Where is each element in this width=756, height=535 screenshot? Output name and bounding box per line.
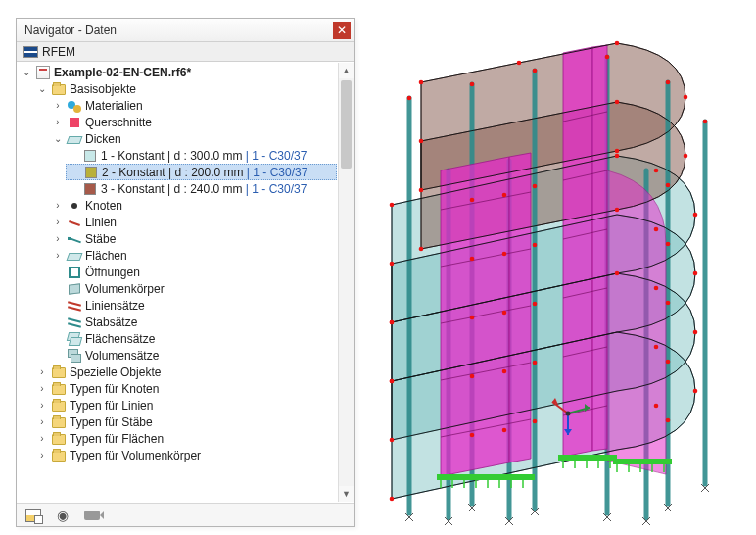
tree-item-typen-knoten[interactable]: › Typen für Knoten (34, 380, 337, 397)
svg-point-100 (470, 374, 475, 379)
scroll-thumb[interactable] (341, 80, 352, 169)
chevron-right-icon[interactable]: › (36, 383, 48, 395)
scroll-up-icon[interactable]: ▲ (339, 63, 354, 78)
thickness-icon (67, 136, 83, 144)
svg-point-95 (533, 243, 538, 248)
tree-label: Typen für Stäbe (70, 415, 153, 429)
svg-point-86 (533, 69, 538, 73)
svg-point-104 (533, 419, 538, 424)
svg-point-81 (390, 438, 395, 443)
tree-item-basisobjekte[interactable]: ⌄ Basisobjekte (34, 80, 337, 97)
model-viewport[interactable] (362, 14, 744, 533)
chevron-right-icon[interactable]: › (36, 416, 48, 428)
close-button[interactable]: ✕ (333, 22, 351, 39)
svg-point-99 (666, 301, 671, 306)
tree-item-flaechensaetze[interactable]: Flächensätze (50, 330, 337, 347)
svg-point-114 (654, 345, 659, 350)
chevron-right-icon[interactable]: › (52, 200, 64, 212)
tree-label: Volumenkörper (85, 282, 165, 296)
tree-item-spezielle-objekte[interactable]: › Spezielle Objekte (34, 364, 337, 380)
tree-label: Stäbe (85, 232, 116, 246)
tree-root-file[interactable]: ⌄ Example-02-EN-CEN.rf6* (19, 64, 337, 80)
color-swatch-icon (84, 183, 96, 195)
tree-item-typen-staebe[interactable]: › Typen für Stäbe (34, 413, 337, 430)
tree-item-thickness-2[interactable]: 2 - Konstant | d : 200.0 mm | 1 - C30/37 (66, 164, 337, 180)
svg-point-76 (390, 262, 395, 267)
tree-item-materialien[interactable]: › Materialien (50, 97, 337, 114)
lineset-icon (68, 299, 81, 313)
folder-icon (52, 451, 66, 462)
svg-point-85 (470, 82, 475, 87)
tree-item-dicken[interactable]: ⌄ Dicken (50, 130, 337, 147)
svg-point-64 (615, 149, 620, 154)
chevron-right-icon[interactable]: › (52, 117, 64, 128)
folder-icon (52, 384, 66, 395)
tree-item-thickness-1[interactable]: 1 - Konstant | d : 300.0 mm | 1 - C30/37 (66, 147, 337, 164)
svg-point-91 (470, 198, 475, 203)
tree-item-linien[interactable]: › Linien (50, 214, 337, 230)
tree-item-querschnitte[interactable]: › Querschnitte (50, 114, 337, 130)
file-icon (36, 66, 50, 79)
chevron-right-icon[interactable]: › (52, 250, 64, 262)
tree-label: Materialien (85, 99, 143, 113)
tree-item-volumenkoerper[interactable]: Volumenkörper (50, 280, 337, 297)
tree-item-knoten[interactable]: › Knoten (50, 197, 337, 214)
svg-point-90 (703, 120, 708, 124)
svg-point-83 (693, 389, 698, 394)
close-icon: ✕ (337, 24, 347, 36)
vertical-scrollbar[interactable]: ▲ ▼ (338, 63, 354, 502)
tree-item-typen-linien[interactable]: › Typen für Linien (34, 397, 337, 413)
chevron-right-icon[interactable]: › (36, 366, 48, 378)
app-icon (23, 46, 38, 58)
tree-item-volumensaetze[interactable]: Volumensätze (50, 347, 337, 364)
tree-label: Volumensätze (85, 349, 159, 363)
svg-point-67 (615, 100, 620, 105)
folder-icon (52, 367, 66, 378)
tree-item-staebe[interactable]: › Stäbe (50, 230, 337, 247)
tree-label: Typen für Flächen (70, 432, 164, 446)
chevron-right-icon[interactable]: › (52, 217, 64, 228)
chevron-right-icon[interactable]: › (36, 433, 48, 445)
chevron-down-icon[interactable]: ⌄ (36, 83, 48, 95)
tree-label: Basisobjekte (70, 82, 136, 96)
tree-item-oeffnungen[interactable]: Öffnungen (50, 264, 337, 280)
tree-item-typen-volumenkoerper[interactable]: › Typen für Volumenkörper (34, 447, 337, 463)
chevron-right-icon[interactable]: › (36, 450, 48, 462)
memberset-icon (68, 316, 81, 329)
line-icon (68, 216, 81, 229)
svg-point-92 (533, 184, 538, 189)
tree-item-flaechen[interactable]: › Flächen (50, 247, 337, 264)
svg-point-84 (390, 497, 395, 502)
chevron-down-icon[interactable]: ⌄ (21, 67, 32, 78)
color-swatch-icon (84, 150, 96, 162)
visibility-button[interactable]: ◉ (54, 507, 71, 524)
svg-point-60 (419, 80, 424, 85)
tree-label: Spezielle Objekte (70, 365, 161, 379)
svg-point-113 (654, 286, 659, 291)
svg-rect-22 (558, 455, 617, 461)
new-window-button[interactable] (24, 507, 42, 524)
svg-point-107 (502, 252, 507, 257)
svg-point-72 (615, 154, 620, 159)
chevron-down-icon[interactable]: ⌄ (52, 133, 64, 145)
camera-button[interactable] (83, 507, 101, 524)
eye-icon: ◉ (57, 508, 69, 523)
svg-point-110 (502, 428, 507, 433)
tree-item-liniensaetze[interactable]: Liniensätze (50, 297, 337, 314)
tree-item-thickness-3[interactable]: 3 - Konstant | d : 240.0 mm | 1 - C30/37 (66, 180, 337, 197)
node-icon (71, 203, 77, 209)
chevron-right-icon[interactable]: › (36, 400, 48, 412)
tree-label: Linien (85, 216, 117, 229)
chevron-right-icon[interactable]: › (52, 100, 64, 112)
chevron-right-icon[interactable]: › (52, 233, 64, 245)
svg-point-71 (390, 203, 395, 208)
tree-label: 2 - Konstant | d : 200.0 mm | 1 - C30/37 (102, 166, 307, 179)
tree-item-typen-flaechen[interactable]: › Typen für Flächen (34, 430, 337, 447)
tree-label: Querschnitte (85, 116, 152, 129)
tree-item-stabsaetze[interactable]: Stabsätze (50, 314, 337, 330)
svg-point-115 (654, 404, 659, 409)
tree-label: 3 - Konstant | d : 240.0 mm | 1 - C30/37 (101, 182, 307, 196)
scroll-down-icon[interactable]: ▼ (339, 486, 354, 502)
tree-label: Öffnungen (85, 266, 140, 279)
materials-icon (68, 99, 81, 113)
